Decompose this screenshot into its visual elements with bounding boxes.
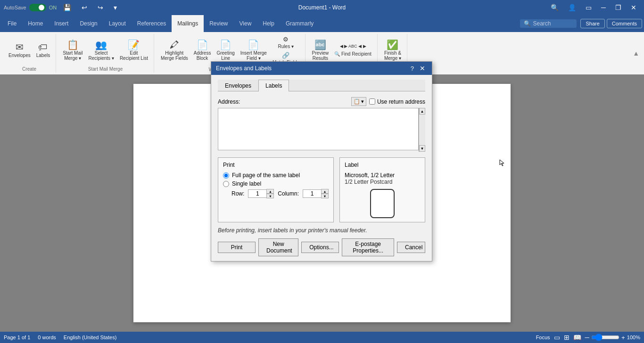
search-ribbon-icon[interactable]: 🔍 [547,2,562,13]
insert-merge-field-button[interactable]: 📄 Insert MergeField ▾ [239,39,269,62]
print-label-row: Print Full page of the same label Single… [218,157,425,222]
title-bar: AutoSave ON 💾 ↩ ↪ ▾ Document1 - Word 🔍 👤… [0,0,644,15]
ribbon-display-icon[interactable]: ▭ [582,2,595,13]
autosave-toggle[interactable] [29,4,46,11]
customize-button[interactable]: ▾ [110,2,121,13]
language: English (United States) [64,335,117,340]
dialog-help-button[interactable]: ? [409,65,416,72]
select-recipients-button[interactable]: 👥 SelectRecipients ▾ [86,39,116,62]
tab-labels[interactable]: Labels [258,80,289,91]
finish-merge-icon: ✅ [387,40,398,49]
row-spin-down[interactable]: ▼ [266,194,274,198]
start-mail-merge-button[interactable]: 📋 Start MailMerge ▾ [61,39,84,62]
full-page-radio[interactable] [223,172,229,179]
highlight-merge-fields-button[interactable]: 🖍 HighlightMerge Fields [159,39,190,62]
ribbon-group-start-mail-merge: 📋 Start MailMerge ▾ 👥 SelectRecipients ▾… [57,34,154,73]
address-controls: 📋 ▾ Use return address [351,97,425,106]
row-label: Row: [231,190,244,197]
comments-button[interactable]: Comments [607,19,642,28]
tab-home[interactable]: Home [22,15,49,32]
insert-merge-icon: 📄 [248,40,259,49]
find-recipient-search-button[interactable]: 🔍 Find Recipient [332,50,373,57]
before-printing: Before printing, insert labels in your p… [218,227,425,234]
zoom-slider[interactable] [591,334,619,341]
select-recipients-icon: 👥 [95,40,107,49]
new-document-button[interactable]: New Document [258,238,298,256]
label-section: Label Microsoft, 1/2 Letter 1/2 Letter P… [339,157,425,222]
column-spinner-input[interactable] [303,189,322,198]
column-label: Column: [278,190,299,197]
account-icon[interactable]: 👤 [564,2,580,13]
focus-button[interactable]: Focus [536,335,550,340]
address-textarea[interactable] [218,108,419,150]
epostage-button[interactable]: E-postage Properties... [342,238,394,256]
dialog-close-button[interactable]: ✕ [418,65,427,72]
address-label: Address: [218,98,240,105]
greeting-line-button[interactable]: 📄 GreetingLine [215,39,236,62]
full-page-label: Full page of the same label [232,172,300,179]
save-button[interactable]: 💾 [59,2,75,13]
single-label-radio-row: Single label [223,180,329,187]
redo-button[interactable]: ↪ [94,2,107,13]
address-book-icon: 📋 [354,98,360,105]
read-mode-button[interactable]: 📖 [573,334,581,341]
single-label-label: Single label [232,180,261,187]
col-spin-up[interactable]: ▲ [321,189,329,194]
undo-button[interactable]: ↩ [78,2,91,13]
zoom-out-button[interactable]: ─ [585,334,589,341]
tab-file[interactable]: File [2,15,22,32]
share-button[interactable]: Share [580,19,604,28]
tab-design[interactable]: Design [74,15,103,32]
tab-help[interactable]: Help [257,15,280,32]
use-return-address-checkbox[interactable] [369,98,375,105]
address-block-button[interactable]: 📄 AddressBlock [192,39,213,62]
tab-review[interactable]: Review [204,15,233,32]
web-layout-button[interactable]: ⊞ [564,334,570,341]
row-spinner-input[interactable] [248,189,267,198]
tab-layout[interactable]: Layout [103,15,132,32]
close-button[interactable]: ✕ [627,2,640,13]
scroll-up-button[interactable]: ▲ [419,108,425,114]
print-button[interactable]: Print [218,242,256,253]
tab-grammarly[interactable]: Grammarly [280,15,319,32]
ribbon-search-box[interactable]: 🔍 Search [520,19,577,28]
address-scrollbar[interactable]: ▲ ▼ [419,108,425,152]
tab-insert[interactable]: Insert [49,15,74,32]
restore-button[interactable]: ❐ [611,2,625,13]
minimize-button[interactable]: ─ [597,2,610,13]
highlight-icon: 🖍 [170,40,179,49]
dialog-buttons-row: Print New Document Options... E-postage … [218,238,425,256]
dialog-title: Envelopes and Labels [216,65,272,72]
tab-view[interactable]: View [234,15,257,32]
collapse-ribbon-button[interactable]: ▲ [633,49,639,57]
zoom-in-button[interactable]: + [621,334,625,341]
print-layout-button[interactable]: ▭ [554,334,560,341]
start-mail-merge-icon: 📋 [67,40,79,49]
envelopes-button[interactable]: ✉ Envelopes [7,41,33,59]
print-section-title: Print [223,162,329,168]
col-spin-down[interactable]: ▼ [321,194,329,198]
labels-button[interactable]: 🏷 Labels [34,41,52,59]
scroll-down-button[interactable]: ▼ [419,145,425,152]
label-preview [345,189,420,218]
tab-references[interactable]: References [132,15,172,32]
address-book-button[interactable]: 📋 ▾ [351,97,366,106]
tab-mailings[interactable]: Mailings [172,15,204,32]
edit-recipient-list-button[interactable]: 📝 EditRecipient List [118,39,150,62]
cancel-button[interactable]: Cancel [397,242,425,253]
page-indicator: Page 1 of 1 [4,335,30,340]
rules-icon: ⚙ [283,36,289,43]
preview-results-button[interactable]: 🔤 PreviewResults [310,39,331,62]
ribbon-share-comments: Share Comments [580,19,642,28]
rules-button[interactable]: ⚙ Rules ▾ [271,35,301,50]
labels-icon: 🏷 [38,42,48,52]
options-button[interactable]: Options... [301,242,339,253]
find-recipient-button[interactable]: ◀ ▶ ABC ◀ ▶ [332,43,373,49]
start-mail-merge-group-label: Start Mail Merge [88,65,123,72]
tab-envelopes[interactable]: Envelopes [218,80,258,91]
row-spin-up[interactable]: ▲ [266,189,274,194]
dialog-body: Envelopes Labels Address: 📋 ▾ Use return… [211,75,432,261]
finish-merge-button[interactable]: ✅ Finish &Merge ▾ [382,39,403,62]
title-bar-right: 🔍 👤 ▭ ─ ❐ ✕ [547,2,640,13]
single-label-radio[interactable] [223,181,229,187]
